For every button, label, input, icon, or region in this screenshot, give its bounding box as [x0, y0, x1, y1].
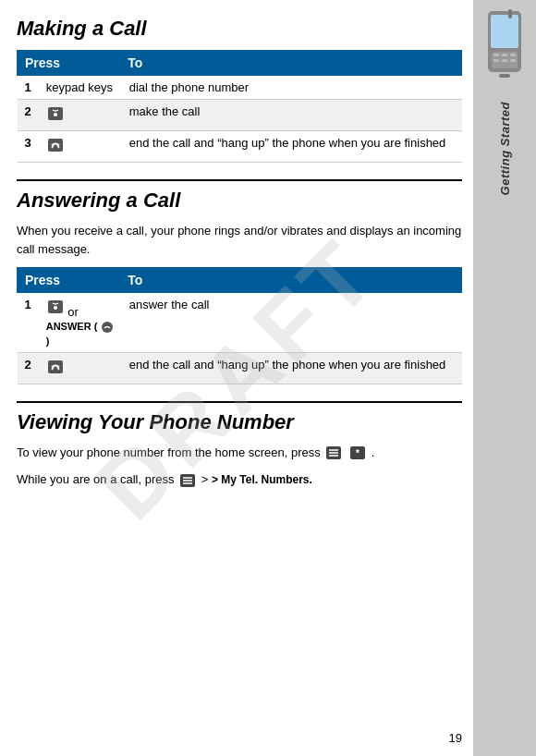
svg-rect-2: [48, 139, 63, 152]
row1-press: keypad keys: [39, 76, 122, 100]
svg-rect-31: [510, 59, 516, 62]
ans-row1-press: or ANSWER ( ): [39, 293, 122, 353]
ans-row1-num: 1: [18, 293, 39, 353]
svg-rect-27: [502, 54, 507, 56]
making-a-call-table: Press To 1 keypad keys dial the phone nu…: [17, 50, 462, 163]
section-divider-1: [17, 179, 462, 181]
ans-row1-to: answer the call: [122, 293, 462, 353]
sidebar-label: Getting Started: [498, 102, 512, 195]
row3-num: 3: [18, 131, 39, 163]
row2-num: 2: [18, 100, 39, 131]
to-header: To: [122, 51, 462, 76]
right-sidebar: Getting Started: [473, 0, 536, 756]
menu-icon-1: [325, 445, 342, 461]
svg-rect-25: [499, 74, 510, 78]
making-a-call-title: Making a Call: [17, 17, 462, 41]
press-header-2: Press: [18, 268, 122, 293]
svg-rect-26: [493, 54, 499, 56]
svg-rect-23: [508, 9, 512, 18]
phone-illustration: [481, 9, 529, 92]
to-header-2: To: [122, 268, 462, 293]
row2-to: make the call: [122, 100, 462, 131]
svg-text:*: *: [356, 447, 360, 458]
main-content: Making a Call Press To 1 keypad keys dia…: [0, 0, 481, 515]
row2-press: [39, 100, 122, 131]
answering-body: When you receive a call, your phone ring…: [17, 222, 462, 258]
svg-point-1: [54, 113, 57, 116]
or-label: or: [67, 305, 79, 319]
viewing-body-2: While you are on a call, press > > My Te…: [17, 470, 462, 489]
row1-to: dial the phone number: [122, 76, 462, 100]
svg-rect-28: [510, 54, 516, 56]
svg-rect-30: [502, 59, 507, 62]
page-number: 19: [449, 731, 462, 745]
row3-press: [39, 131, 122, 163]
press-header: Press: [18, 51, 122, 76]
answer-soft-icon: [101, 321, 114, 334]
call-icon-2: [46, 298, 65, 316]
table-row: 1 keypad keys dial the phone number: [18, 76, 462, 100]
section-divider-2: [17, 401, 462, 403]
answer-paren-close: ): [46, 335, 50, 347]
row1-num: 1: [18, 76, 39, 100]
table-row: 2 end the call and “hang up” the phone w…: [18, 352, 462, 384]
menu-icon-2: [179, 472, 196, 489]
svg-point-6: [54, 306, 57, 310]
ans-row2-press: [39, 352, 122, 384]
call-icon: [46, 104, 65, 123]
end-icon-2: [46, 358, 65, 376]
svg-rect-22: [491, 15, 518, 48]
table-row: 1 or ANSWER ( ) answer: [18, 293, 462, 353]
answering-a-call-table: Press To 1 or ANSWER (: [17, 267, 462, 384]
answering-a-call-title: Answering a Call: [17, 189, 462, 213]
viewing-body-1: To view your phone number from the home …: [17, 444, 462, 462]
end-icon: [46, 136, 65, 154]
svg-rect-29: [493, 59, 499, 62]
row3-to: end the call and “hang up” the phone whe…: [122, 131, 462, 163]
answer-label: ANSWER (: [46, 321, 98, 332]
ans-row2-num: 2: [18, 352, 39, 384]
table-row: 2 make the call: [18, 100, 462, 131]
table-row: 3 end the call and “hang up” the phone w…: [18, 131, 462, 163]
svg-rect-8: [48, 360, 63, 373]
star-icon: *: [349, 445, 366, 461]
ans-row2-to: end the call and “hang up” the phone whe…: [122, 352, 462, 384]
viewing-phone-number-title: Viewing Your Phone Number: [17, 410, 462, 434]
